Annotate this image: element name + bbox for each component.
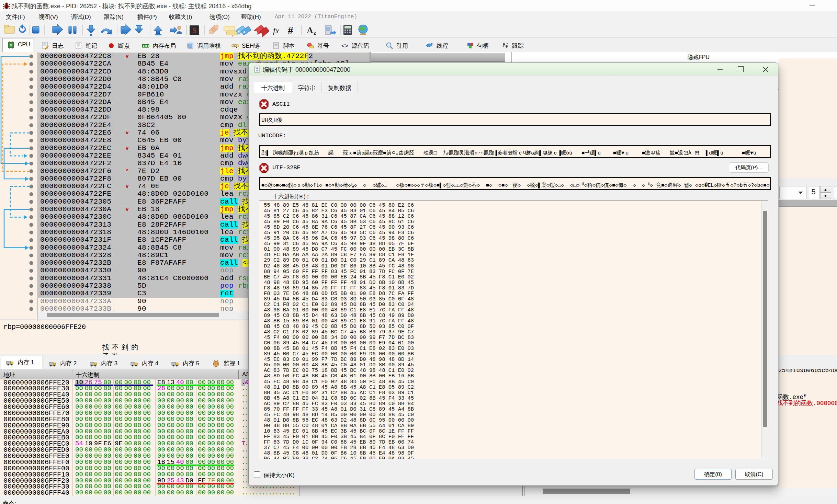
- svg-text:#: #: [288, 25, 293, 36]
- svg-text:<>: <>: [341, 43, 348, 49]
- svg-text:S: S: [192, 26, 196, 35]
- svg-text:z: z: [314, 30, 316, 36]
- svg-text:A: A: [307, 25, 313, 35]
- svg-text:10: 10: [256, 69, 258, 72]
- svg-text:01: 01: [256, 67, 258, 69]
- svg-text:fx: fx: [273, 26, 279, 35]
